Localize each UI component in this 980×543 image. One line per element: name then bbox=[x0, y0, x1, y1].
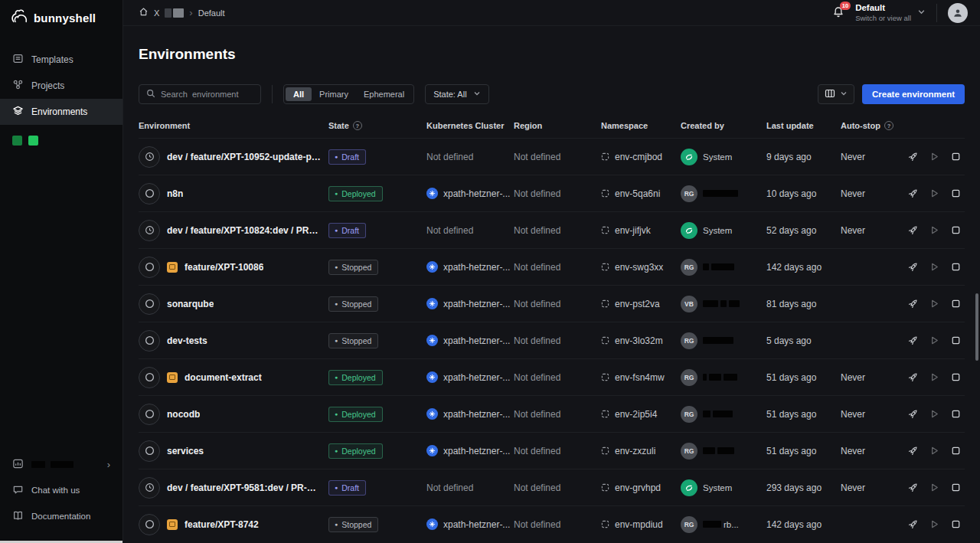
start-button[interactable] bbox=[927, 186, 942, 201]
deploy-button[interactable] bbox=[906, 296, 920, 311]
stop-button[interactable] bbox=[949, 370, 963, 384]
deploy-button[interactable] bbox=[906, 333, 920, 348]
table-row[interactable]: dev / feature/XPT-10952-update-packag...… bbox=[139, 138, 965, 175]
state-badge: Draft bbox=[328, 149, 366, 165]
stop-button[interactable] bbox=[949, 186, 963, 201]
main-area: X › Default 10 bbox=[123, 0, 980, 543]
start-button[interactable] bbox=[927, 333, 942, 348]
start-button[interactable] bbox=[927, 223, 942, 237]
logo[interactable]: bunnyshell bbox=[0, 0, 122, 41]
filter-primary[interactable]: Primary bbox=[312, 87, 356, 101]
toolbar: All Primary Ephemeral State: All bbox=[139, 84, 965, 104]
table-row[interactable]: dev / feature/XPT-10824:dev / PR-316 Dra… bbox=[139, 211, 965, 248]
table-row[interactable]: services Deployed xpath-hetzner-... Not … bbox=[139, 432, 965, 469]
environment-name[interactable]: dev / feature/XPT-10952-update-packag... bbox=[167, 152, 321, 162]
environment-name[interactable]: dev / feature/XPT-10824:dev / PR-316 bbox=[167, 225, 321, 236]
column-header-region[interactable]: Region bbox=[514, 121, 601, 130]
status-square-dark-green[interactable] bbox=[12, 136, 22, 146]
notifications-button[interactable]: 10 bbox=[832, 5, 844, 21]
column-header-namespace[interactable]: Namespace bbox=[601, 121, 681, 130]
environment-name[interactable]: services bbox=[167, 446, 204, 456]
deploy-button[interactable] bbox=[906, 186, 920, 201]
redacted-text bbox=[703, 374, 707, 381]
info-icon[interactable]: ? bbox=[353, 121, 362, 130]
stop-button[interactable] bbox=[949, 296, 963, 311]
info-icon[interactable]: ? bbox=[884, 121, 893, 130]
stop-button[interactable] bbox=[949, 443, 963, 458]
stop-button[interactable] bbox=[949, 333, 963, 348]
environment-name[interactable]: n8n bbox=[167, 188, 183, 199]
table-row[interactable]: feature/XPT-8742 Stopped xpath-hetzner-.… bbox=[139, 505, 965, 542]
org-switcher[interactable]: Default Switch or view all bbox=[855, 2, 926, 22]
sidebar-item-templates[interactable]: Templates bbox=[0, 47, 122, 73]
deploy-button[interactable] bbox=[906, 260, 920, 274]
start-button[interactable] bbox=[927, 443, 942, 458]
namespace-icon bbox=[601, 447, 609, 455]
status-square-green[interactable] bbox=[28, 136, 38, 146]
start-button[interactable] bbox=[927, 480, 942, 495]
state-filter-select[interactable]: State: All bbox=[425, 84, 488, 104]
environment-name[interactable]: dev-tests bbox=[167, 335, 207, 346]
deploy-button[interactable] bbox=[906, 370, 920, 384]
search-input[interactable] bbox=[161, 90, 253, 99]
environment-name[interactable]: feature/XPT-10086 bbox=[185, 262, 263, 273]
sidebar-item-environments[interactable]: Environments bbox=[0, 99, 122, 125]
breadcrumb-current[interactable]: Default bbox=[198, 8, 225, 18]
home-icon[interactable] bbox=[139, 7, 149, 18]
environment-name[interactable]: sonarqube bbox=[167, 299, 214, 309]
start-button[interactable] bbox=[927, 296, 942, 311]
column-header-cluster[interactable]: Kubernetes Cluster bbox=[426, 121, 514, 130]
start-button[interactable] bbox=[927, 517, 942, 532]
cluster-name: xpath-hetzner-... bbox=[443, 299, 510, 309]
start-button[interactable] bbox=[927, 260, 942, 274]
environment-name[interactable]: nocodb bbox=[167, 409, 200, 420]
vertical-scrollbar[interactable] bbox=[975, 293, 978, 361]
stop-button[interactable] bbox=[949, 260, 963, 274]
column-header-environment[interactable]: Environment bbox=[139, 121, 328, 130]
column-header-last-update[interactable]: Last update bbox=[766, 121, 841, 130]
start-button[interactable] bbox=[927, 370, 942, 384]
sidebar-usage-item[interactable]: › bbox=[0, 451, 122, 477]
stop-button[interactable] bbox=[949, 149, 963, 164]
table-row[interactable]: dev / feature/XPT-9581:dev / PR-1363 Dra… bbox=[139, 469, 965, 505]
redacted-text bbox=[711, 263, 734, 270]
region: Not defined bbox=[514, 335, 601, 346]
create-environment-button[interactable]: Create environment bbox=[862, 84, 965, 104]
start-button[interactable] bbox=[927, 407, 942, 421]
environment-name[interactable]: document-extract bbox=[185, 372, 262, 383]
environment-name[interactable]: feature/XPT-8742 bbox=[185, 519, 259, 530]
filter-all[interactable]: All bbox=[286, 87, 312, 101]
sidebar-item-projects[interactable]: Projects bbox=[0, 73, 122, 99]
deploy-button[interactable] bbox=[906, 517, 920, 532]
deploy-button[interactable] bbox=[906, 480, 920, 495]
stop-button[interactable] bbox=[949, 223, 963, 237]
environment-name[interactable]: dev / feature/XPT-9581:dev / PR-1363 bbox=[167, 482, 321, 493]
deploy-button[interactable] bbox=[906, 223, 920, 237]
deploy-button[interactable] bbox=[906, 407, 920, 421]
sidebar-item-chat[interactable]: Chat with us bbox=[0, 477, 122, 503]
projects-icon bbox=[12, 79, 24, 93]
creator-name bbox=[703, 190, 740, 197]
stop-button[interactable] bbox=[949, 517, 963, 532]
deploy-button[interactable] bbox=[906, 149, 920, 164]
table-row[interactable]: document-extract Deployed xpath-hetzner-… bbox=[139, 358, 965, 395]
breadcrumb-org[interactable]: X bbox=[154, 8, 159, 18]
table-row[interactable]: feature/XPT-10086 Stopped xpath-hetzner-… bbox=[139, 248, 965, 285]
redacted-text bbox=[51, 461, 74, 468]
redacted-breadcrumb-block bbox=[165, 8, 184, 18]
table-row[interactable]: dev-tests Stopped xpath-hetzner-... Not … bbox=[139, 322, 965, 358]
sidebar-item-documentation[interactable]: Documentation bbox=[0, 503, 122, 529]
column-header-auto-stop[interactable]: Auto-stop? bbox=[841, 121, 894, 130]
column-header-created-by[interactable]: Created by bbox=[681, 121, 766, 130]
user-avatar[interactable] bbox=[948, 3, 968, 23]
column-header-state[interactable]: State? bbox=[328, 121, 426, 130]
deploy-button[interactable] bbox=[906, 443, 920, 458]
table-row[interactable]: nocodb Deployed xpath-hetzner-... Not de… bbox=[139, 395, 965, 432]
stop-button[interactable] bbox=[949, 407, 963, 421]
table-row[interactable]: n8n Deployed xpath-hetzner-... Not defin… bbox=[139, 175, 965, 211]
columns-visibility-button[interactable] bbox=[818, 84, 854, 104]
table-row[interactable]: sonarqube Stopped xpath-hetzner-... Not … bbox=[139, 285, 965, 322]
filter-ephemeral[interactable]: Ephemeral bbox=[356, 87, 412, 101]
stop-button[interactable] bbox=[949, 480, 963, 495]
start-button[interactable] bbox=[927, 149, 942, 164]
